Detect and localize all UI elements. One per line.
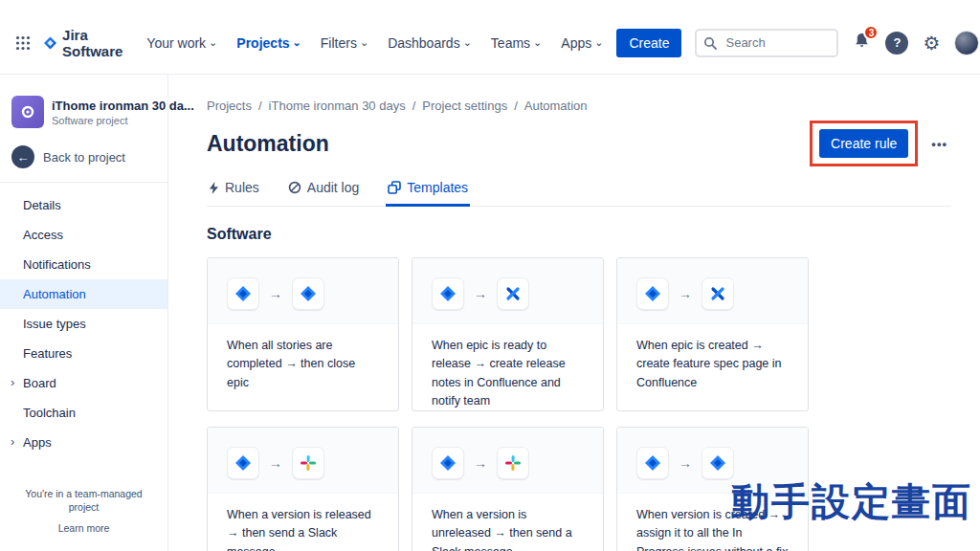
- slashed-circle-icon: [288, 181, 301, 194]
- template-card-close-epic[interactable]: When all stories are completed → then cl…: [207, 257, 399, 411]
- slack-icon: [292, 447, 324, 479]
- tab-templates[interactable]: Templates: [386, 180, 470, 207]
- template-description: When a version is released → then send a…: [208, 494, 398, 551]
- template-card-version-created-assign[interactable]: When version is created → assign it to a…: [616, 427, 809, 551]
- sidebar-item-automation[interactable]: Automation: [0, 279, 167, 309]
- nav-dashboards[interactable]: Dashboards: [388, 35, 472, 51]
- breadcrumb-separator: [412, 99, 416, 113]
- create-button[interactable]: Create: [616, 29, 681, 57]
- templates-icon: [388, 181, 401, 194]
- learn-more-link[interactable]: Learn more: [58, 522, 110, 534]
- chevron-down-icon: [533, 35, 542, 51]
- arrow-right-icon: [269, 455, 282, 471]
- automation-tabs: Rules Audit log Templates: [207, 180, 951, 207]
- breadcrumb-projects[interactable]: Projects: [207, 99, 252, 113]
- template-card-version-released-slack[interactable]: When a version is released → then send a…: [207, 427, 399, 551]
- top-navigation: Jira Software Your work Projects Filters…: [0, 0, 980, 75]
- arrow-right-icon: [474, 455, 487, 471]
- project-sidebar: iThome ironman 30 da... Software project…: [0, 75, 168, 551]
- back-arrow-icon: [11, 145, 34, 168]
- confluence-icon: [497, 277, 529, 310]
- app-switcher-icon[interactable]: [15, 30, 31, 56]
- jira-software-icon: [432, 447, 464, 479]
- jira-software-icon: [227, 447, 259, 479]
- chevron-down-icon: [594, 35, 603, 51]
- template-grid: When all stories are completed → then cl…: [207, 257, 951, 551]
- sidebar-item-features[interactable]: Features: [0, 339, 167, 368]
- template-card-release-notes[interactable]: When epic is ready to release → create r…: [412, 257, 604, 411]
- chevron-down-icon: [293, 35, 301, 51]
- nav-projects[interactable]: Projects: [236, 35, 301, 51]
- arrow-right-icon: [679, 286, 692, 301]
- project-header: iThome ironman 30 da... Software project: [0, 96, 167, 128]
- jira-software-icon: [636, 447, 669, 479]
- user-avatar[interactable]: [954, 31, 979, 55]
- nav-your-work[interactable]: Your work: [146, 35, 217, 51]
- breadcrumb-project-settings[interactable]: Project settings: [422, 99, 507, 113]
- notification-badge: 3: [863, 25, 879, 40]
- nav-teams[interactable]: Teams: [491, 35, 542, 51]
- jira-logo[interactable]: Jira Software: [44, 27, 127, 59]
- template-description: When version is created → assign it to a…: [617, 494, 808, 551]
- sidebar-item-details[interactable]: Details: [0, 190, 167, 220]
- nav-right-cluster: 3 ?: [695, 29, 979, 57]
- project-avatar: [11, 96, 44, 128]
- breadcrumb-separator: [514, 99, 518, 113]
- jira-software-icon: [227, 277, 259, 310]
- team-managed-note: You're in a team-managed project: [13, 487, 154, 515]
- page-title: Automation: [207, 131, 329, 157]
- arrow-right-icon: [474, 286, 487, 301]
- sidebar-footer: You're in a team-managed project Learn m…: [0, 477, 167, 551]
- more-actions-button[interactable]: •••: [927, 131, 951, 157]
- jira-software-icon: [432, 277, 464, 310]
- template-description: When a version is unreleased → then send…: [412, 494, 603, 551]
- breadcrumb-separator: [258, 99, 262, 113]
- notifications-bell-icon[interactable]: 3: [853, 32, 871, 54]
- settings-nav: Details Access Notifications Automation …: [0, 190, 167, 457]
- chevron-down-icon: [463, 35, 472, 51]
- annotation-highlight-box: Create rule: [810, 121, 918, 166]
- sidebar-item-access[interactable]: Access: [0, 220, 167, 250]
- template-description: When epic is created → create feature sp…: [617, 324, 808, 405]
- search-box: [695, 29, 838, 57]
- template-card-feature-spec[interactable]: When epic is created → create feature sp…: [616, 257, 809, 411]
- jira-software-icon: [702, 447, 734, 479]
- back-to-project-button[interactable]: Back to project: [11, 145, 156, 168]
- confluence-icon: [702, 277, 734, 310]
- slack-icon: [497, 447, 529, 479]
- jira-software-icon: [292, 277, 324, 310]
- sidebar-item-toolchain[interactable]: Toolchain: [0, 398, 167, 428]
- chevron-down-icon: [360, 35, 368, 51]
- jira-diamond-icon: [44, 34, 56, 52]
- help-icon[interactable]: ?: [885, 32, 908, 55]
- template-card-version-unreleased-slack[interactable]: When a version is unreleased → then send…: [412, 427, 604, 551]
- tab-rules[interactable]: Rules: [207, 180, 261, 207]
- arrow-right-icon: [679, 455, 692, 471]
- main-content: Projects iThome ironman 30 days Project …: [168, 75, 980, 551]
- arrow-right-icon: [269, 286, 282, 301]
- logo-text: Jira Software: [62, 27, 127, 59]
- section-title: Software: [207, 226, 951, 243]
- breadcrumb-project[interactable]: iThome ironman 30 days: [269, 99, 406, 113]
- lightning-icon: [209, 182, 219, 194]
- template-description: When epic is ready to release → create r…: [412, 324, 603, 411]
- breadcrumb: Projects iThome ironman 30 days Project …: [207, 99, 951, 113]
- nav-apps[interactable]: Apps: [561, 35, 603, 51]
- chevron-down-icon: [209, 35, 217, 51]
- search-icon: [703, 36, 717, 54]
- jira-software-icon: [636, 277, 669, 310]
- create-rule-button[interactable]: Create rule: [819, 129, 908, 158]
- breadcrumb-automation[interactable]: Automation: [524, 99, 588, 113]
- nav-filters[interactable]: Filters: [321, 35, 368, 51]
- sidebar-divider: [0, 182, 167, 183]
- main-menu: Your work Projects Filters Dashboards Te…: [146, 35, 603, 51]
- template-description: When all stories are completed → then cl…: [208, 324, 398, 405]
- jira-app: Jira Software Your work Projects Filters…: [0, 0, 980, 551]
- sidebar-item-apps[interactable]: Apps: [0, 428, 167, 457]
- sidebar-item-board[interactable]: Board: [0, 368, 167, 398]
- sidebar-item-issue-types[interactable]: Issue types: [0, 309, 167, 339]
- sidebar-item-notifications[interactable]: Notifications: [0, 250, 167, 279]
- settings-gear-icon[interactable]: [923, 33, 940, 53]
- tab-audit-log[interactable]: Audit log: [286, 180, 361, 207]
